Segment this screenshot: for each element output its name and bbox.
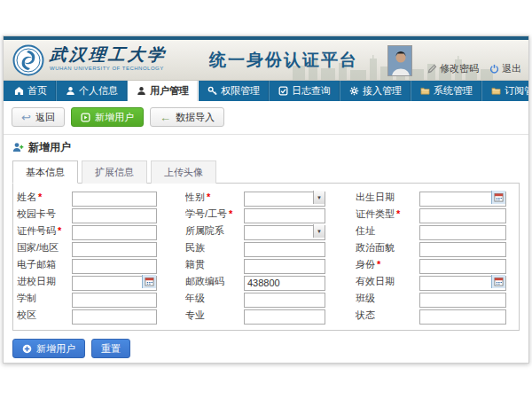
add-user-toolbar-button[interactable]: 新增用户	[71, 107, 144, 127]
nav-tab-profile[interactable]: 个人信息	[57, 81, 128, 101]
identity-label: 身份*	[356, 258, 419, 271]
department-dropdown-button[interactable]: ▼	[313, 224, 325, 238]
country-region-input[interactable]	[72, 242, 157, 257]
data-import-button[interactable]: ← 数据导入	[150, 107, 224, 127]
logout-label: 退出	[502, 62, 521, 75]
schooling-length-field	[72, 291, 157, 306]
nav-tab-user-mgmt[interactable]: 用户管理	[128, 81, 199, 101]
app-header: 武汉理工大学 WUHAN UNIVERSITY OF TECHNOLOGY 统一…	[4, 40, 528, 81]
major-input[interactable]	[244, 309, 325, 325]
schooling-length-input[interactable]	[72, 293, 157, 308]
name-field	[72, 190, 157, 205]
gender-dropdown-button[interactable]: ▼	[313, 191, 325, 204]
required-asterisk: *	[396, 208, 400, 219]
grade-label: 年级	[185, 292, 244, 305]
gear-icon	[349, 86, 359, 96]
nav-tab-subscription-mgmt[interactable]: 订阅管理	[482, 81, 529, 101]
reset-button[interactable]: 重置	[91, 339, 130, 358]
major-field	[244, 308, 325, 323]
toolbar: ↩ 返回 新增用户 ← 数据导入	[4, 101, 528, 135]
valid-date-label: 有效日期	[356, 275, 419, 288]
id-type-input[interactable]	[419, 208, 506, 223]
form-row-2: 校园卡号学号/工号*证件类型*	[17, 207, 515, 222]
student-id-field	[244, 207, 325, 222]
section-title: 新增用户	[28, 140, 71, 155]
birth-date-field	[419, 190, 506, 205]
nav-tab-label-profile: 个人信息	[79, 84, 118, 98]
tab-upload-avatar[interactable]: 上传头像	[151, 160, 216, 184]
form-row-5: 电子邮箱籍贯身份*	[17, 257, 515, 272]
postal-code-label: 邮政编码	[185, 275, 244, 288]
birth-date-calendar-button[interactable]	[491, 191, 505, 204]
back-button[interactable]: ↩ 返回	[12, 107, 65, 127]
id-number-input[interactable]	[72, 225, 157, 240]
submit-add-user-button[interactable]: 新增用户	[12, 339, 85, 358]
folder-icon	[420, 86, 430, 96]
class-input[interactable]	[419, 293, 506, 308]
nav-tab-home[interactable]: 首页	[4, 81, 57, 101]
user-plus-icon	[12, 142, 24, 153]
student-id-label: 学号/工号*	[185, 207, 244, 221]
ethnicity-input[interactable]	[244, 242, 325, 257]
nav-tab-label-access-mgmt: 接入管理	[363, 84, 402, 98]
student-id-input[interactable]	[244, 208, 325, 223]
nav-tab-label-home: 首页	[27, 84, 47, 98]
required-asterisk: *	[58, 225, 61, 236]
native-place-label: 籍贯	[185, 258, 244, 271]
email-label: 电子邮箱	[17, 258, 72, 271]
university-logo	[12, 44, 44, 76]
required-asterisk: *	[207, 192, 210, 202]
nav-tab-access-mgmt[interactable]: 接入管理	[340, 81, 411, 101]
grade-input[interactable]	[244, 293, 325, 308]
class-label: 班级	[356, 292, 419, 305]
nav-bar: 首页个人信息用户管理权限管理日志查询接入管理系统管理订阅管理	[4, 81, 528, 101]
form-row-8: 校区专业状态	[17, 308, 515, 323]
identity-field	[419, 257, 506, 272]
avatar-photo	[388, 46, 412, 76]
pencil-icon	[427, 64, 437, 74]
address-label: 住址	[356, 224, 419, 238]
change-password-link[interactable]: 修改密码	[427, 62, 479, 75]
nav-tab-log-query[interactable]: 日志查询	[270, 81, 340, 101]
email-field	[72, 257, 157, 272]
gender-label: 性别*	[185, 191, 244, 204]
valid-date-calendar-button[interactable]	[491, 275, 505, 288]
campus-input[interactable]	[72, 309, 157, 325]
tab-basic-info[interactable]: 基本信息	[12, 160, 78, 184]
import-arrow-icon: ←	[160, 112, 171, 123]
enroll-date-calendar-button[interactable]	[142, 275, 156, 288]
logout-link[interactable]: 退出	[489, 62, 521, 75]
nav-tab-label-user-mgmt: 用户管理	[150, 84, 189, 98]
campus-card-input[interactable]	[72, 208, 157, 223]
nav-tab-permission-mgmt[interactable]: 权限管理	[199, 81, 270, 101]
change-password-label: 修改密码	[440, 62, 479, 75]
major-label: 专业	[185, 309, 244, 322]
native-place-input[interactable]	[244, 259, 325, 274]
user-avatar[interactable]	[387, 45, 412, 76]
form-row-7: 学制年级班级	[17, 291, 515, 306]
form-row-1: 姓名*性别*▼出生日期	[17, 190, 515, 205]
identity-input[interactable]	[419, 259, 506, 274]
address-input[interactable]	[419, 225, 506, 240]
status-input[interactable]	[419, 309, 506, 325]
country-region-label: 国家/地区	[17, 241, 72, 254]
political-status-label: 政治面貌	[356, 241, 419, 254]
tab-extended-info[interactable]: 扩展信息	[82, 160, 147, 184]
required-asterisk: *	[38, 192, 42, 202]
home-icon	[14, 86, 24, 96]
ethnicity-field	[244, 240, 325, 255]
nav-tab-system-mgmt[interactable]: 系统管理	[411, 81, 482, 101]
campus-label: 校区	[17, 309, 72, 322]
postal-code-input[interactable]	[244, 276, 325, 291]
political-status-input[interactable]	[419, 242, 506, 257]
page-background: 武汉理工大学 WUHAN UNIVERSITY OF TECHNOLOGY 统一…	[0, 0, 532, 399]
campus-card-label: 校园卡号	[17, 207, 72, 221]
email-input[interactable]	[72, 259, 157, 274]
department-field: ▼	[244, 223, 325, 239]
id-number-label: 证件号码*	[17, 224, 72, 238]
campus-card-field	[72, 207, 157, 222]
form-tabs: 基本信息扩展信息上传头像	[4, 160, 528, 184]
name-input[interactable]	[72, 192, 157, 207]
postal-code-field	[244, 274, 325, 289]
folder-icon	[491, 86, 501, 96]
